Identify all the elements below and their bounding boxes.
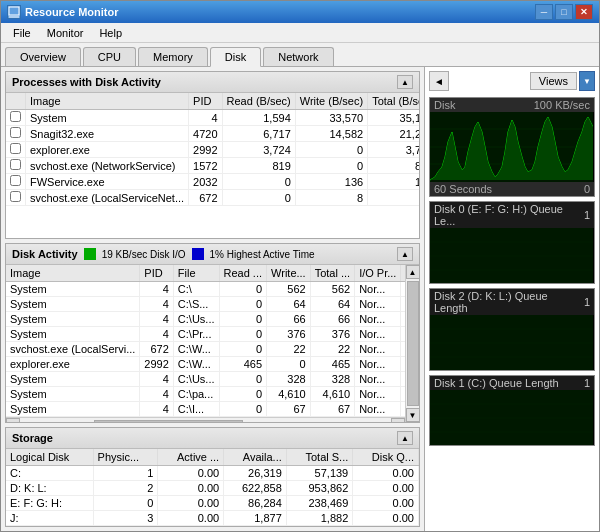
tab-network[interactable]: Network [263, 47, 333, 66]
da-row-total: 562 [310, 282, 354, 297]
da-col-ioprio: I/O Pr... [355, 265, 401, 282]
table-row[interactable]: System 4 C:\Us... 0 66 66 Nor... [6, 312, 405, 327]
da-row-ioprio: Nor... [355, 282, 401, 297]
processes-table-container: Image PID Read (B/sec) Write (B/sec) Tot… [6, 93, 419, 238]
row-pid: 1572 [189, 158, 222, 174]
storage-table: Logical Disk Physic... Active ... Availa… [6, 449, 419, 526]
row-write: 14,582 [295, 126, 367, 142]
da-row-ioprio: Nor... [355, 357, 401, 372]
table-row[interactable]: System 4 1,594 33,570 35,165 [6, 110, 419, 126]
table-row[interactable]: FWService.exe 2032 0 136 136 [6, 174, 419, 190]
table-row[interactable]: System 4 C:\pa... 0 4,610 4,610 Nor... [6, 387, 405, 402]
disk-activity-collapse-btn[interactable]: ▲ [397, 247, 413, 261]
row-checkbox [6, 126, 26, 142]
da-row-read: 0 [219, 327, 267, 342]
st-row-active: 0.00 [158, 466, 224, 481]
disk0-queue-chart [430, 228, 593, 283]
st-row-disk: E: F: G: H: [6, 496, 93, 511]
da-row-file: C:\Us... [173, 312, 219, 327]
table-row[interactable]: svchost.exe (LocalServi... 672 C:\W... 0… [6, 342, 405, 357]
tab-disk[interactable]: Disk [210, 47, 261, 67]
row-write: 0 [295, 142, 367, 158]
expand-panel-btn[interactable]: ◄ [429, 71, 449, 91]
table-row[interactable]: C: 1 0.00 26,319 57,139 0.00 [6, 466, 419, 481]
col-image: Image [26, 93, 189, 110]
disk0-zero: 0 [584, 183, 590, 195]
badge2-text: 1% Highest Active Time [210, 249, 315, 260]
col-write: Write (B/sec) [295, 93, 367, 110]
table-row[interactable]: System 4 C:\Pr... 0 376 376 Nor... [6, 327, 405, 342]
da-row-read: 0 [219, 282, 267, 297]
disk1-queue-label: Disk 1 (C:) Queue Length [434, 377, 559, 389]
table-row[interactable]: System 4 C:\S... 0 64 64 Nor... [6, 297, 405, 312]
scroll-thumb[interactable] [407, 281, 419, 406]
processes-section: Processes with Disk Activity ▲ Image PID… [5, 71, 420, 239]
row-checkbox [6, 174, 26, 190]
badge-blue-icon [192, 248, 204, 260]
row-total: 8 [368, 190, 419, 206]
tab-memory[interactable]: Memory [138, 47, 208, 66]
st-row-total: 238,469 [286, 496, 352, 511]
da-row-ioprio: Nor... [355, 327, 401, 342]
processes-header: Processes with Disk Activity ▲ [6, 72, 419, 93]
menu-help[interactable]: Help [91, 25, 130, 41]
minimize-button[interactable]: ─ [535, 4, 553, 20]
da-row-image: System [6, 387, 140, 402]
table-row[interactable]: explorer.exe 2992 C:\W... 465 0 465 Nor.… [6, 357, 405, 372]
table-row[interactable]: explorer.exe 2992 3,724 0 3,724 [6, 142, 419, 158]
da-row-pid: 4 [140, 327, 173, 342]
st-row-disk: D: K: L: [6, 481, 93, 496]
table-row[interactable]: svchost.exe (NetworkService) 1572 819 0 … [6, 158, 419, 174]
table-row[interactable]: J: 3 0.00 1,877 1,882 0.00 [6, 511, 419, 526]
scroll-left-btn[interactable]: ◄ [6, 418, 20, 422]
da-row-file: C:\ [173, 282, 219, 297]
menu-monitor[interactable]: Monitor [39, 25, 92, 41]
disk2-queue-svg [430, 315, 593, 370]
st-col-disk: Logical Disk [6, 449, 93, 466]
tab-overview[interactable]: Overview [5, 47, 81, 66]
menu-file[interactable]: File [5, 25, 39, 41]
menu-bar: File Monitor Help [1, 23, 599, 43]
views-button[interactable]: Views [530, 72, 577, 90]
scroll-h-thumb[interactable] [94, 420, 242, 422]
st-row-queue: 0.00 [353, 466, 419, 481]
storage-collapse-btn[interactable]: ▲ [397, 431, 413, 445]
da-row-read: 0 [219, 342, 267, 357]
scroll-down-btn[interactable]: ▼ [406, 408, 420, 422]
table-row[interactable]: svchost.exe (LocalServiceNet... 672 0 8 … [6, 190, 419, 206]
da-row-ioprio: Nor... [355, 342, 401, 357]
col-read: Read (B/sec) [222, 93, 295, 110]
row-read: 6,717 [222, 126, 295, 142]
da-row-total: 376 [310, 327, 354, 342]
da-row-pid: 4 [140, 282, 173, 297]
st-row-physical: 3 [93, 511, 158, 526]
row-checkbox [6, 158, 26, 174]
table-row[interactable]: E: F: G: H: 0 0.00 86,284 238,469 0.00 [6, 496, 419, 511]
da-row-write: 0 [267, 357, 311, 372]
table-row[interactable]: Snagit32.exe 4720 6,717 14,582 21,299 [6, 126, 419, 142]
disk0-speed: 100 KB/sec [534, 99, 590, 111]
da-row-pid: 4 [140, 387, 173, 402]
table-row[interactable]: System 4 C:\ 0 562 562 Nor... [6, 282, 405, 297]
scroll-up-btn[interactable]: ▲ [406, 265, 420, 279]
row-pid: 672 [189, 190, 222, 206]
table-row[interactable]: D: K: L: 2 0.00 622,858 953,862 0.00 [6, 481, 419, 496]
row-write: 136 [295, 174, 367, 190]
close-button[interactable]: ✕ [575, 4, 593, 20]
views-dropdown-arrow[interactable]: ▼ [579, 71, 595, 91]
table-row[interactable]: System 4 C:\I... 0 67 67 Nor... [6, 402, 405, 417]
row-image: System [26, 110, 189, 126]
storage-section: Storage ▲ Logical Disk Physic... Active … [5, 427, 420, 527]
st-col-physical: Physic... [93, 449, 158, 466]
da-col-read: Read ... [219, 265, 267, 282]
col-checkbox [6, 93, 26, 110]
da-row-ioprio: Nor... [355, 297, 401, 312]
tab-cpu[interactable]: CPU [83, 47, 136, 66]
maximize-button[interactable]: □ [555, 4, 573, 20]
da-col-write: Write... [267, 265, 311, 282]
processes-collapse-btn[interactable]: ▲ [397, 75, 413, 89]
table-row[interactable]: System 4 C:\Us... 0 328 328 Nor... [6, 372, 405, 387]
scroll-right-btn[interactable]: ► [391, 418, 405, 422]
row-read: 3,724 [222, 142, 295, 158]
st-row-active: 0.00 [158, 511, 224, 526]
